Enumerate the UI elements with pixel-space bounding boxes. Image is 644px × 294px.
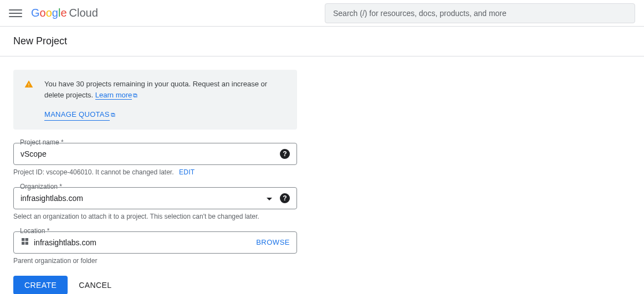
browse-button[interactable]: BROWSE xyxy=(256,238,290,246)
search-input[interactable]: Search (/) for resources, docs, products… xyxy=(325,3,635,23)
quota-notice: You have 30 projects remaining in your q… xyxy=(13,70,297,130)
organization-helper: Select an organization to attach it to a… xyxy=(13,213,297,220)
warning-icon xyxy=(24,80,33,121)
edit-project-id-link[interactable]: EDIT xyxy=(179,168,195,176)
project-id-helper: Project ID: vscope-406010. It cannot be … xyxy=(13,168,297,176)
location-helper: Parent organization or folder xyxy=(13,257,297,265)
help-icon[interactable]: ? xyxy=(280,149,290,159)
external-link-icon: ⧉ xyxy=(133,92,137,99)
title-bar: New Project xyxy=(0,27,644,56)
action-row: CREATE CANCEL xyxy=(13,276,297,295)
organization-value: infrasightlabs.com xyxy=(21,194,267,203)
logo-cloud-text: Cloud xyxy=(69,7,98,19)
main-content: You have 30 projects remaining in your q… xyxy=(0,56,310,294)
notice-body: You have 30 projects remaining in your q… xyxy=(44,79,286,121)
external-link-icon: ⧉ xyxy=(111,111,115,118)
learn-more-link[interactable]: Learn more xyxy=(95,91,132,100)
project-name-input[interactable] xyxy=(21,149,280,158)
organization-field: Organization * infrasightlabs.com ? xyxy=(13,187,297,209)
create-button[interactable]: CREATE xyxy=(13,276,68,295)
location-field: Location * infrasightlabs.com BROWSE xyxy=(13,231,297,254)
top-header: Google Cloud Search (/) for resources, d… xyxy=(0,0,644,27)
help-icon[interactable]: ? xyxy=(280,193,290,203)
search-placeholder: Search (/) for resources, docs, products… xyxy=(333,9,507,18)
organization-select[interactable]: infrasightlabs.com ? xyxy=(13,187,297,209)
notice-text: You have 30 projects remaining in your q… xyxy=(44,80,267,99)
google-cloud-logo[interactable]: Google Cloud xyxy=(31,7,98,19)
project-name-field: Project name * ? xyxy=(13,143,297,165)
page-title: New Project xyxy=(13,35,631,47)
location-value: infrasightlabs.com xyxy=(34,238,256,247)
cancel-button[interactable]: CANCEL xyxy=(79,281,111,290)
chevron-down-icon xyxy=(267,194,272,202)
manage-quotas-link[interactable]: MANAGE QUOTAS xyxy=(44,109,110,121)
organization-icon xyxy=(21,237,29,247)
hamburger-menu-icon[interactable] xyxy=(9,7,22,20)
